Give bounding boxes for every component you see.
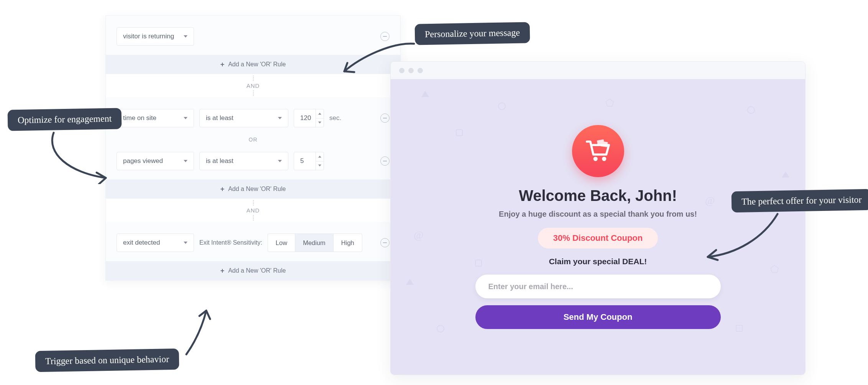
svg-point-0 (593, 157, 597, 161)
browser-bar (391, 62, 805, 79)
chevron-down-icon (184, 35, 187, 38)
chevron-down-icon (278, 160, 282, 162)
unit-label: sec. (329, 114, 341, 122)
add-or-rule-button[interactable]: + Add a New 'OR' Rule (106, 179, 400, 199)
value-stepper[interactable]: 5 (294, 152, 324, 170)
popup-headline: Welcome Back, John! (475, 187, 721, 204)
add-or-label: Add a New 'OR' Rule (228, 267, 286, 274)
rule-block-exit: exit detected Exit Intent® Sensitivity: … (106, 222, 400, 280)
callout-personalize: Personalize your message (415, 22, 530, 45)
metric-select-exit-detected[interactable]: exit detected (117, 234, 194, 252)
remove-rule-button[interactable] (380, 114, 390, 123)
callout-trigger: Trigger based on unique behavior (35, 349, 179, 372)
sensitivity-high[interactable]: High (333, 234, 362, 252)
step-up-button[interactable] (316, 109, 324, 118)
add-or-label: Add a New 'OR' Rule (228, 186, 286, 192)
value-stepper[interactable]: 120 (294, 109, 324, 127)
chevron-down-icon (184, 160, 187, 162)
add-or-label: Add a New 'OR' Rule (228, 61, 286, 68)
window-dot (418, 68, 423, 73)
metric-select-pages-viewed[interactable]: pages viewed (117, 152, 194, 170)
callout-offer: The perfect offer for your visitor (732, 189, 868, 212)
plus-icon: + (220, 61, 225, 69)
remove-rule-button[interactable] (380, 238, 390, 247)
callout-engagement: Optimize for engagement (8, 108, 122, 131)
operator-select[interactable]: is at least (199, 152, 288, 170)
send-coupon-button[interactable]: Send My Coupon (475, 305, 721, 329)
step-down-button[interactable] (316, 118, 324, 127)
arrow-icon (337, 38, 418, 77)
step-down-button[interactable] (316, 161, 324, 170)
plus-icon: + (220, 185, 225, 193)
and-separator: AND (106, 199, 400, 222)
claim-label: Claim your special DEAL! (475, 257, 721, 266)
chevron-down-icon (278, 117, 282, 119)
chevron-down-icon (184, 242, 187, 244)
remove-rule-button[interactable] (380, 156, 390, 166)
cart-icon (572, 125, 624, 177)
svg-point-1 (602, 157, 606, 161)
add-or-rule-button[interactable]: + Add a New 'OR' Rule (106, 261, 400, 280)
step-up-button[interactable] (316, 152, 324, 161)
condition-select-visitor[interactable]: visitor is returning (117, 27, 194, 46)
operator-select[interactable]: is at least (199, 109, 288, 127)
rule-block-engagement: time on site is at least 120 sec. OR pag… (106, 97, 400, 199)
svg-rect-3 (600, 141, 608, 147)
popup-card: Welcome Back, John! Enjoy a huge discoun… (475, 125, 721, 329)
sensitivity-label: Exit Intent® Sensitivity: (199, 239, 262, 246)
sensitivity-segmented: Low Medium High (268, 234, 362, 252)
arrow-icon (42, 130, 111, 184)
coupon-badge: 30% Discount Coupon (538, 228, 658, 248)
plus-icon: + (220, 267, 225, 275)
condition-select-label: visitor is returning (123, 33, 174, 40)
popup-subline: Enjoy a huge discount as a special thank… (475, 210, 721, 219)
sensitivity-medium[interactable]: Medium (295, 234, 333, 252)
arrow-icon (702, 212, 782, 265)
chevron-down-icon (184, 117, 187, 119)
email-field[interactable] (475, 275, 721, 298)
arrow-icon (180, 307, 226, 357)
metric-select-time-on-site[interactable]: time on site (117, 109, 194, 127)
sensitivity-low[interactable]: Low (268, 234, 295, 252)
and-separator: AND (106, 74, 400, 97)
or-separator: OR (117, 137, 390, 143)
